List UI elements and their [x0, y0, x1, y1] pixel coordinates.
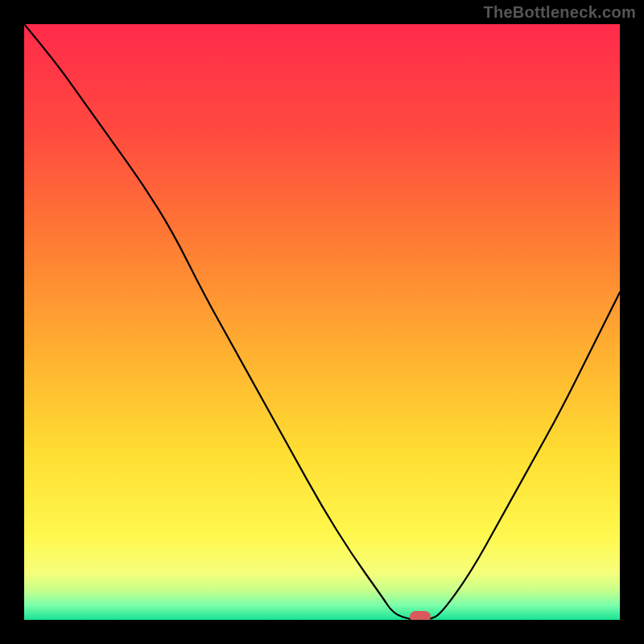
bottom-axis-border — [0, 620, 644, 644]
bottleneck-curve — [24, 24, 620, 620]
optimal-point-marker — [410, 611, 431, 620]
plot-area — [24, 24, 620, 620]
left-axis-border — [0, 24, 24, 620]
watermark-text: TheBottleneck.com — [483, 3, 636, 22]
